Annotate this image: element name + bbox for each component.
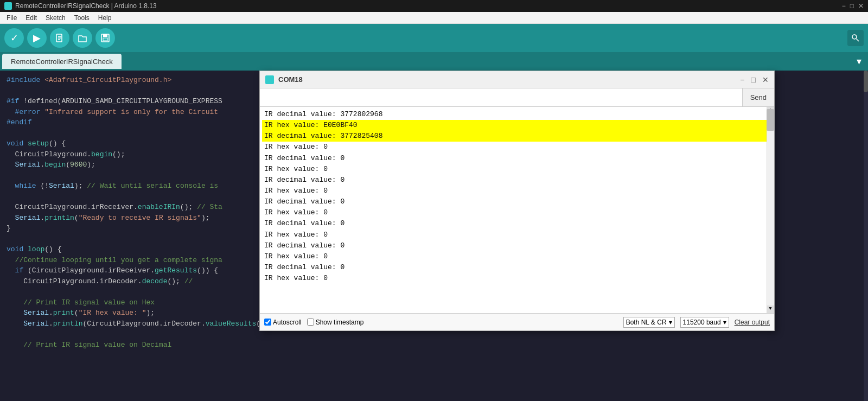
serial-output-line: IR decimal value: 0: [262, 218, 774, 229]
svg-rect-5: [103, 34, 107, 37]
serial-close-button[interactable]: ✕: [762, 75, 769, 84]
minimize-button[interactable]: −: [842, 2, 846, 10]
serial-title: COM18: [278, 75, 303, 84]
autoscroll-checkbox[interactable]: [264, 319, 271, 326]
serial-output[interactable]: IR decimal value: 3772802968IR hex value…: [260, 107, 774, 313]
app-icon: [4, 2, 12, 10]
tab-arrow[interactable]: ▾: [852, 55, 866, 67]
editor-scrollbar[interactable]: [864, 71, 868, 401]
serial-monitor-title-bar: COM18 − □ ✕: [260, 71, 774, 88]
menu-help[interactable]: Help: [94, 14, 116, 22]
menu-sketch[interactable]: Sketch: [41, 14, 70, 22]
new-button[interactable]: [50, 28, 69, 48]
title-bar-text: RemoteControllerIRSignalCheck | Arduino …: [15, 2, 157, 10]
send-bar: Send: [260, 88, 774, 107]
open-button[interactable]: [73, 28, 92, 48]
serial-output-line: IR decimal value: 3772802968: [262, 109, 774, 120]
serial-icon: [265, 75, 274, 84]
close-button[interactable]: ✕: [858, 2, 864, 10]
editor-tab[interactable]: RemoteControllerIRSignalCheck: [2, 54, 122, 69]
serial-output-line: IR hex value: 0: [262, 230, 774, 240]
scroll-down-button[interactable]: ▼: [767, 305, 774, 313]
baud-rate-label: 115200 baud: [683, 319, 721, 326]
line-ending-dropdown[interactable]: Both NL & CR ▾: [623, 317, 675, 328]
serial-window-controls: − □ ✕: [740, 75, 769, 84]
menu-tools[interactable]: Tools: [70, 14, 94, 22]
menu-edit[interactable]: Edit: [21, 14, 41, 22]
tab-bar: RemoteControllerIRSignalCheck ▾: [0, 52, 868, 71]
line-ending-chevron: ▾: [669, 319, 672, 326]
show-timestamp-checkbox[interactable]: [307, 319, 314, 326]
svg-point-7: [852, 35, 857, 39]
serial-output-line: IR hex value: 0: [262, 164, 774, 175]
serial-output-line: IR decimal value: 0: [262, 196, 774, 207]
serial-minimize-button[interactable]: −: [740, 75, 744, 84]
serial-output-line: IR hex value: 0: [262, 186, 774, 196]
send-button[interactable]: Send: [742, 88, 774, 106]
autoscroll-label[interactable]: Autoscroll: [264, 319, 302, 326]
serial-bottom-bar: Autoscroll Show timestamp Both NL & CR ▾…: [260, 313, 774, 330]
editor-scrollbar-thumb[interactable]: [864, 71, 868, 92]
serial-output-line: IR decimal value: 0: [262, 240, 774, 251]
window-controls: − □ ✕: [842, 2, 864, 10]
serial-output-line: IR decimal value: 0: [262, 153, 774, 164]
serial-maximize-button[interactable]: □: [751, 75, 756, 84]
baud-rate-dropdown[interactable]: 115200 baud ▾: [680, 317, 729, 328]
serial-output-line: IR hex value: 0: [262, 273, 774, 284]
menu-bar: File Edit Sketch Tools Help: [0, 12, 868, 24]
toolbar: ✓ ▶: [0, 24, 868, 52]
send-input[interactable]: [260, 88, 742, 106]
serial-output-line: IR hex value: E0E0BF40: [262, 120, 774, 131]
line-ending-label: Both NL & CR: [626, 319, 667, 326]
scrollbar-thumb[interactable]: [767, 109, 774, 131]
serial-output-line: IR hex value: 0: [262, 142, 774, 152]
svg-line-8: [857, 39, 859, 42]
title-bar: RemoteControllerIRSignalCheck | Arduino …: [0, 0, 868, 12]
svg-rect-6: [103, 38, 107, 41]
code-line: // Print IR signal value on Decimal: [7, 340, 861, 351]
baud-rate-chevron: ▾: [723, 319, 726, 326]
verify-button[interactable]: ✓: [4, 28, 24, 48]
serial-output-line: IR hex value: 0: [262, 207, 774, 218]
show-timestamp-text: Show timestamp: [316, 319, 364, 326]
show-timestamp-label[interactable]: Show timestamp: [307, 319, 364, 326]
search-button[interactable]: [847, 30, 864, 46]
save-button[interactable]: [95, 28, 115, 48]
menu-file[interactable]: File: [2, 14, 21, 22]
serial-output-line: IR decimal value: 0: [262, 262, 774, 273]
serial-output-line: IR decimal value: 3772825408: [262, 131, 774, 142]
serial-output-scrollbar[interactable]: ▲ ▼: [767, 107, 774, 313]
autoscroll-text: Autoscroll: [273, 319, 302, 326]
upload-button[interactable]: ▶: [27, 28, 47, 48]
serial-output-line: IR decimal value: 0: [262, 175, 774, 186]
clear-output-button[interactable]: Clear output: [735, 319, 770, 326]
serial-output-line: IR hex value: 0: [262, 251, 774, 262]
tab-label: RemoteControllerIRSignalCheck: [11, 58, 113, 66]
maximize-button[interactable]: □: [850, 2, 854, 10]
serial-monitor: COM18 − □ ✕ Send IR decimal value: 37728…: [259, 71, 775, 331]
